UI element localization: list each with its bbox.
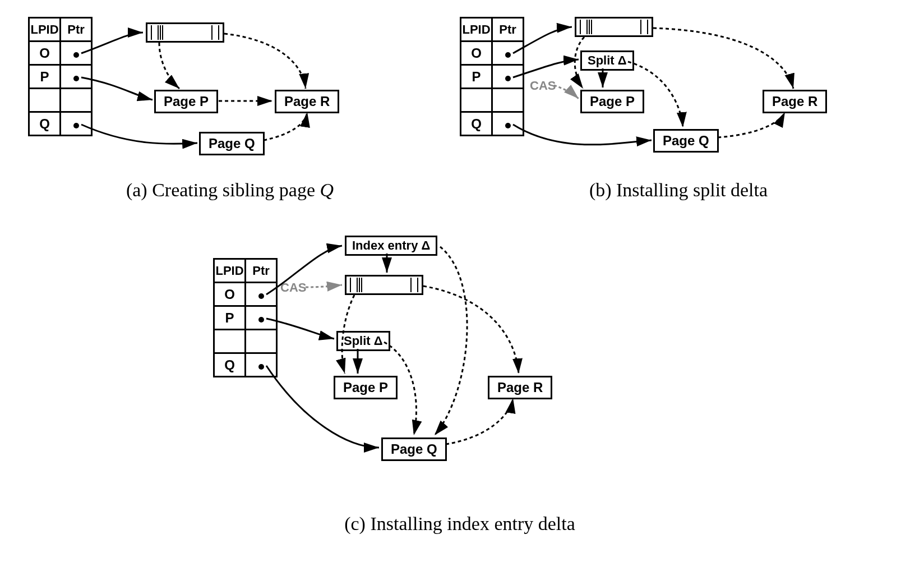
ptr-dot (505, 52, 511, 58)
mapping-table: LPID Ptr O P Q (460, 17, 524, 136)
arrows (460, 17, 897, 202)
caption-text: Installing split delta (616, 179, 768, 200)
table-row-lpid: P (461, 65, 492, 89)
table-row-ptr (61, 65, 92, 89)
subfigure-a: LPID Ptr O P Q Page P Page R Page Q (28, 17, 432, 202)
page-r-box: Page R (275, 90, 339, 113)
table-row-ptr (492, 112, 524, 136)
ptr-dot (258, 293, 264, 299)
table-row-lpid: P (29, 65, 61, 89)
caption: (c) Installing index entry delta (213, 513, 706, 535)
table-row-lpid: Q (29, 112, 61, 136)
ptr-dot (73, 52, 79, 58)
parent-node-icon (345, 275, 423, 295)
split-delta-box: Split Δ (580, 50, 634, 71)
caption-italic: Q (320, 179, 334, 200)
page-q-box: Page Q (381, 437, 447, 461)
table-header-lpid: LPID (214, 259, 246, 283)
ptr-dot (73, 123, 79, 128)
table-row-ptr (246, 306, 277, 330)
ptr-dot (505, 76, 511, 81)
split-delta-box: Split Δ (336, 331, 390, 351)
caption-prefix: (b) (589, 179, 616, 200)
cas-label: CAS (280, 280, 306, 295)
cas-label: CAS (530, 79, 556, 93)
page-p-box: Page P (334, 376, 398, 399)
table-header-ptr: Ptr (61, 18, 92, 42)
table-row-lpid (214, 330, 246, 353)
table-row-lpid: Q (214, 353, 246, 377)
page-r-box: Page R (763, 90, 827, 113)
subfigure-c: LPID Ptr O P Q Index entry Δ Split Δ Pag… (213, 236, 706, 538)
table-row-ptr (61, 42, 92, 65)
mapping-table: LPID Ptr O P Q (213, 258, 278, 377)
table-row-lpid: P (214, 306, 246, 330)
table-header-lpid: LPID (29, 18, 61, 42)
table-row-ptr (61, 89, 92, 112)
table-row-lpid: O (214, 283, 246, 306)
table-row-ptr (246, 283, 277, 306)
table-row-lpid: O (461, 42, 492, 65)
table-row-lpid (461, 89, 492, 112)
table-row-lpid (29, 89, 61, 112)
parent-node-icon (575, 17, 653, 37)
table-row-ptr (492, 42, 524, 65)
caption-text: Creating sibling page (152, 179, 320, 200)
caption: (b) Installing split delta (460, 179, 897, 201)
table-row-lpid: Q (461, 112, 492, 136)
ptr-dot (73, 76, 79, 81)
table-row-ptr (61, 112, 92, 136)
page-p-box: Page P (580, 90, 644, 113)
table-row-ptr (246, 330, 277, 353)
ptr-dot (505, 123, 511, 128)
ptr-dot (258, 317, 264, 323)
caption-prefix: (a) (126, 179, 152, 200)
page-r-box: Page R (488, 376, 552, 399)
table-row-ptr (246, 353, 277, 377)
table-header-ptr: Ptr (492, 18, 524, 42)
caption-text: Installing index entry delta (370, 513, 575, 534)
parent-node-icon (146, 22, 224, 43)
page-q-box: Page Q (199, 132, 265, 155)
table-row-lpid: O (29, 42, 61, 65)
caption-prefix: (c) (344, 513, 370, 534)
mapping-table: LPID Ptr O P Q (28, 17, 93, 136)
table-row-ptr (492, 65, 524, 89)
page-p-box: Page P (154, 90, 218, 113)
ptr-dot (258, 364, 264, 370)
page-q-box: Page Q (653, 129, 719, 153)
table-header-lpid: LPID (461, 18, 492, 42)
table-row-ptr (492, 89, 524, 112)
caption: (a) Creating sibling page Q (28, 179, 432, 201)
subfigure-b: LPID Ptr O P Q Split Δ Page P Page R Pag… (460, 17, 897, 202)
index-entry-delta-box: Index entry Δ (345, 236, 437, 256)
table-header-ptr: Ptr (246, 259, 277, 283)
